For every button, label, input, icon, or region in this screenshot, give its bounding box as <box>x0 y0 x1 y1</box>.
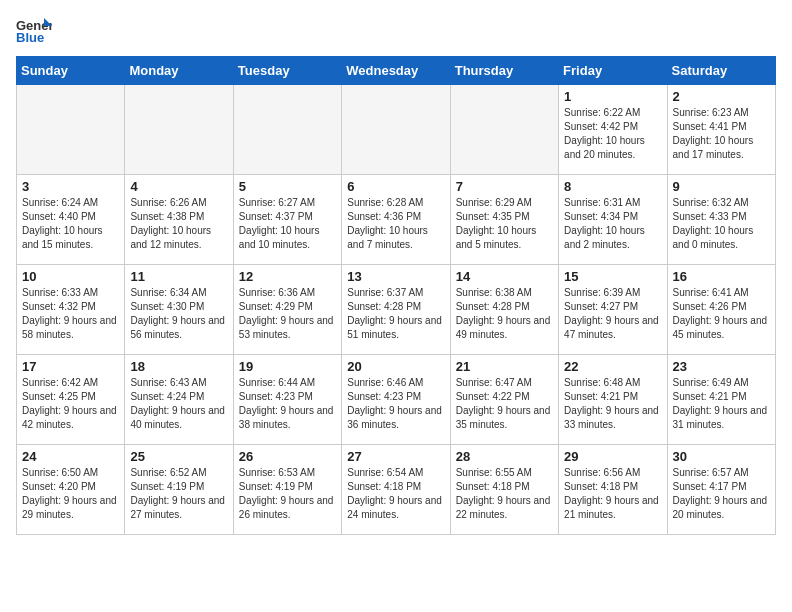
calendar-cell <box>17 85 125 175</box>
day-number: 11 <box>130 269 227 284</box>
day-number: 9 <box>673 179 770 194</box>
calendar-cell: 19Sunrise: 6:44 AM Sunset: 4:23 PM Dayli… <box>233 355 341 445</box>
svg-text:Blue: Blue <box>16 30 44 44</box>
day-info: Sunrise: 6:43 AM Sunset: 4:24 PM Dayligh… <box>130 376 227 432</box>
calendar-cell: 30Sunrise: 6:57 AM Sunset: 4:17 PM Dayli… <box>667 445 775 535</box>
calendar-cell: 16Sunrise: 6:41 AM Sunset: 4:26 PM Dayli… <box>667 265 775 355</box>
week-row-0: 1Sunrise: 6:22 AM Sunset: 4:42 PM Daylig… <box>17 85 776 175</box>
calendar-cell: 13Sunrise: 6:37 AM Sunset: 4:28 PM Dayli… <box>342 265 450 355</box>
calendar-cell: 5Sunrise: 6:27 AM Sunset: 4:37 PM Daylig… <box>233 175 341 265</box>
day-info: Sunrise: 6:50 AM Sunset: 4:20 PM Dayligh… <box>22 466 119 522</box>
day-info: Sunrise: 6:46 AM Sunset: 4:23 PM Dayligh… <box>347 376 444 432</box>
calendar-cell: 9Sunrise: 6:32 AM Sunset: 4:33 PM Daylig… <box>667 175 775 265</box>
day-number: 21 <box>456 359 553 374</box>
day-number: 22 <box>564 359 661 374</box>
day-number: 28 <box>456 449 553 464</box>
calendar-cell: 4Sunrise: 6:26 AM Sunset: 4:38 PM Daylig… <box>125 175 233 265</box>
day-number: 3 <box>22 179 119 194</box>
calendar-cell: 17Sunrise: 6:42 AM Sunset: 4:25 PM Dayli… <box>17 355 125 445</box>
day-info: Sunrise: 6:52 AM Sunset: 4:19 PM Dayligh… <box>130 466 227 522</box>
calendar-header-row: SundayMondayTuesdayWednesdayThursdayFrid… <box>17 57 776 85</box>
week-row-2: 10Sunrise: 6:33 AM Sunset: 4:32 PM Dayli… <box>17 265 776 355</box>
calendar-cell: 6Sunrise: 6:28 AM Sunset: 4:36 PM Daylig… <box>342 175 450 265</box>
calendar-cell: 14Sunrise: 6:38 AM Sunset: 4:28 PM Dayli… <box>450 265 558 355</box>
calendar-cell: 22Sunrise: 6:48 AM Sunset: 4:21 PM Dayli… <box>559 355 667 445</box>
calendar-cell: 15Sunrise: 6:39 AM Sunset: 4:27 PM Dayli… <box>559 265 667 355</box>
calendar-cell <box>233 85 341 175</box>
day-number: 12 <box>239 269 336 284</box>
header-sunday: Sunday <box>17 57 125 85</box>
day-number: 23 <box>673 359 770 374</box>
day-info: Sunrise: 6:36 AM Sunset: 4:29 PM Dayligh… <box>239 286 336 342</box>
calendar-cell <box>342 85 450 175</box>
day-info: Sunrise: 6:22 AM Sunset: 4:42 PM Dayligh… <box>564 106 661 162</box>
day-number: 27 <box>347 449 444 464</box>
day-info: Sunrise: 6:34 AM Sunset: 4:30 PM Dayligh… <box>130 286 227 342</box>
calendar-cell: 26Sunrise: 6:53 AM Sunset: 4:19 PM Dayli… <box>233 445 341 535</box>
day-number: 15 <box>564 269 661 284</box>
header-saturday: Saturday <box>667 57 775 85</box>
calendar-cell: 20Sunrise: 6:46 AM Sunset: 4:23 PM Dayli… <box>342 355 450 445</box>
calendar-cell: 28Sunrise: 6:55 AM Sunset: 4:18 PM Dayli… <box>450 445 558 535</box>
calendar-cell: 21Sunrise: 6:47 AM Sunset: 4:22 PM Dayli… <box>450 355 558 445</box>
day-info: Sunrise: 6:38 AM Sunset: 4:28 PM Dayligh… <box>456 286 553 342</box>
header-monday: Monday <box>125 57 233 85</box>
day-number: 16 <box>673 269 770 284</box>
header-friday: Friday <box>559 57 667 85</box>
calendar-table: SundayMondayTuesdayWednesdayThursdayFrid… <box>16 56 776 535</box>
logo-icon: General Blue <box>16 16 52 44</box>
day-info: Sunrise: 6:39 AM Sunset: 4:27 PM Dayligh… <box>564 286 661 342</box>
day-number: 26 <box>239 449 336 464</box>
day-number: 18 <box>130 359 227 374</box>
calendar-cell: 12Sunrise: 6:36 AM Sunset: 4:29 PM Dayli… <box>233 265 341 355</box>
calendar-cell: 11Sunrise: 6:34 AM Sunset: 4:30 PM Dayli… <box>125 265 233 355</box>
day-info: Sunrise: 6:48 AM Sunset: 4:21 PM Dayligh… <box>564 376 661 432</box>
day-info: Sunrise: 6:32 AM Sunset: 4:33 PM Dayligh… <box>673 196 770 252</box>
day-number: 10 <box>22 269 119 284</box>
day-number: 17 <box>22 359 119 374</box>
day-number: 29 <box>564 449 661 464</box>
header-tuesday: Tuesday <box>233 57 341 85</box>
calendar-cell: 18Sunrise: 6:43 AM Sunset: 4:24 PM Dayli… <box>125 355 233 445</box>
header: General Blue <box>16 16 776 44</box>
calendar-cell: 10Sunrise: 6:33 AM Sunset: 4:32 PM Dayli… <box>17 265 125 355</box>
day-info: Sunrise: 6:44 AM Sunset: 4:23 PM Dayligh… <box>239 376 336 432</box>
calendar-cell: 24Sunrise: 6:50 AM Sunset: 4:20 PM Dayli… <box>17 445 125 535</box>
day-number: 8 <box>564 179 661 194</box>
header-wednesday: Wednesday <box>342 57 450 85</box>
calendar-cell: 3Sunrise: 6:24 AM Sunset: 4:40 PM Daylig… <box>17 175 125 265</box>
header-thursday: Thursday <box>450 57 558 85</box>
calendar-cell: 7Sunrise: 6:29 AM Sunset: 4:35 PM Daylig… <box>450 175 558 265</box>
day-info: Sunrise: 6:24 AM Sunset: 4:40 PM Dayligh… <box>22 196 119 252</box>
day-number: 4 <box>130 179 227 194</box>
day-info: Sunrise: 6:57 AM Sunset: 4:17 PM Dayligh… <box>673 466 770 522</box>
calendar-cell: 25Sunrise: 6:52 AM Sunset: 4:19 PM Dayli… <box>125 445 233 535</box>
day-number: 19 <box>239 359 336 374</box>
day-number: 30 <box>673 449 770 464</box>
day-info: Sunrise: 6:56 AM Sunset: 4:18 PM Dayligh… <box>564 466 661 522</box>
day-number: 2 <box>673 89 770 104</box>
day-number: 6 <box>347 179 444 194</box>
day-number: 20 <box>347 359 444 374</box>
day-info: Sunrise: 6:42 AM Sunset: 4:25 PM Dayligh… <box>22 376 119 432</box>
day-number: 1 <box>564 89 661 104</box>
day-info: Sunrise: 6:37 AM Sunset: 4:28 PM Dayligh… <box>347 286 444 342</box>
day-info: Sunrise: 6:53 AM Sunset: 4:19 PM Dayligh… <box>239 466 336 522</box>
calendar-cell: 23Sunrise: 6:49 AM Sunset: 4:21 PM Dayli… <box>667 355 775 445</box>
day-info: Sunrise: 6:33 AM Sunset: 4:32 PM Dayligh… <box>22 286 119 342</box>
day-info: Sunrise: 6:55 AM Sunset: 4:18 PM Dayligh… <box>456 466 553 522</box>
calendar-cell: 1Sunrise: 6:22 AM Sunset: 4:42 PM Daylig… <box>559 85 667 175</box>
day-info: Sunrise: 6:49 AM Sunset: 4:21 PM Dayligh… <box>673 376 770 432</box>
day-number: 14 <box>456 269 553 284</box>
day-number: 5 <box>239 179 336 194</box>
day-info: Sunrise: 6:31 AM Sunset: 4:34 PM Dayligh… <box>564 196 661 252</box>
day-info: Sunrise: 6:28 AM Sunset: 4:36 PM Dayligh… <box>347 196 444 252</box>
day-info: Sunrise: 6:23 AM Sunset: 4:41 PM Dayligh… <box>673 106 770 162</box>
day-number: 24 <box>22 449 119 464</box>
calendar-cell: 2Sunrise: 6:23 AM Sunset: 4:41 PM Daylig… <box>667 85 775 175</box>
day-info: Sunrise: 6:54 AM Sunset: 4:18 PM Dayligh… <box>347 466 444 522</box>
day-info: Sunrise: 6:26 AM Sunset: 4:38 PM Dayligh… <box>130 196 227 252</box>
day-number: 13 <box>347 269 444 284</box>
day-info: Sunrise: 6:27 AM Sunset: 4:37 PM Dayligh… <box>239 196 336 252</box>
week-row-3: 17Sunrise: 6:42 AM Sunset: 4:25 PM Dayli… <box>17 355 776 445</box>
